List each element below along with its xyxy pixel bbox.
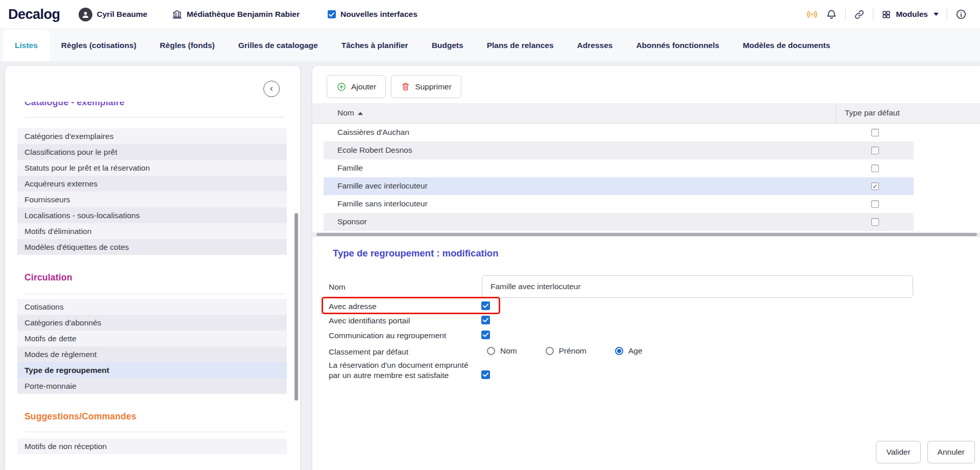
tab-regles-cotisations[interactable]: Règles (cotisations) bbox=[50, 29, 148, 61]
sidebar-list-suggestions: Motifs de non réception bbox=[17, 438, 287, 454]
notifications-bell-icon[interactable] bbox=[826, 9, 837, 20]
tab-modeles-de-documents[interactable]: Modèles de documents bbox=[731, 29, 842, 61]
tab-taches-a-planifier[interactable]: Tâches à planifier bbox=[330, 29, 420, 61]
sidebar-section-title-catalogue: Catalogue - exemplaire bbox=[24, 102, 280, 108]
radio-nom-label: Nom bbox=[500, 346, 517, 356]
row-name: Ecole Robert Desnos bbox=[337, 146, 412, 155]
chevron-down-icon bbox=[934, 13, 939, 16]
new-interfaces-checkbox[interactable] bbox=[328, 10, 336, 18]
column-divider bbox=[836, 103, 836, 123]
reservation-label: La réservation d'un document emprunté pa… bbox=[329, 360, 482, 380]
column-header-type-par-defaut: Type par défaut bbox=[845, 108, 900, 118]
type-defaut-checkbox[interactable] bbox=[871, 218, 879, 226]
list-item[interactable]: Motifs de dette bbox=[17, 331, 287, 346]
list-item[interactable]: Modèles d'étiquettes de cotes bbox=[17, 239, 287, 255]
table-horizontal-scrollbar[interactable] bbox=[316, 233, 977, 236]
list-item[interactable]: Fournisseurs bbox=[17, 192, 287, 207]
collapse-sidebar-button[interactable] bbox=[263, 81, 280, 97]
row-name: Caissières d'Auchan bbox=[337, 128, 409, 137]
communication-label: Communication au regroupement bbox=[329, 331, 446, 340]
modules-menu[interactable]: Modules bbox=[881, 10, 939, 19]
table-header: Nom Type par défaut bbox=[312, 103, 980, 124]
table-row[interactable]: Famille sans interlocuteur bbox=[324, 195, 914, 213]
list-item[interactable]: Statuts pour le prêt et la réservation bbox=[17, 160, 287, 176]
avec-adresse-checkbox[interactable] bbox=[481, 301, 490, 310]
link-icon[interactable] bbox=[854, 9, 865, 20]
type-defaut-checkbox[interactable] bbox=[871, 147, 879, 154]
row-name: Famille avec interlocuteur bbox=[337, 181, 428, 191]
divider bbox=[24, 294, 285, 294]
divider bbox=[873, 9, 873, 20]
add-button-label: Ajouter bbox=[351, 82, 376, 91]
list-item[interactable]: Motifs d'élimination bbox=[17, 223, 287, 239]
type-defaut-checkbox-checked[interactable]: ✓ bbox=[871, 182, 879, 190]
list-item[interactable]: Acquéreurs externes bbox=[17, 176, 287, 192]
modules-icon bbox=[881, 10, 891, 19]
tab-abonnes-fonctionnels[interactable]: Abonnés fonctionnels bbox=[624, 29, 731, 61]
radio-nom[interactable] bbox=[487, 347, 495, 355]
list-item[interactable]: Catégories d'abonnés bbox=[17, 315, 287, 331]
column-header-nom[interactable]: Nom bbox=[337, 108, 363, 118]
communication-checkbox[interactable] bbox=[481, 331, 490, 339]
cancel-button[interactable]: Annuler bbox=[927, 441, 975, 463]
tab-plans-de-relances[interactable]: Plans de relances bbox=[475, 29, 566, 61]
validate-button[interactable]: Valider bbox=[876, 441, 920, 463]
sidebar-section-title-suggestions: Suggestions/Commandes bbox=[24, 411, 136, 422]
user-avatar-icon bbox=[79, 8, 92, 21]
nom-field-label: Nom bbox=[329, 283, 346, 292]
lists-sidebar-panel: Catalogue - exemplaire Catégories d'exem… bbox=[5, 66, 300, 470]
main-tab-bar: Listes Règles (cotisations) Règles (fond… bbox=[0, 29, 980, 61]
identifiants-portail-checkbox[interactable] bbox=[481, 316, 490, 324]
type-defaut-checkbox[interactable] bbox=[871, 200, 879, 208]
type-defaut-checkbox[interactable] bbox=[871, 129, 879, 136]
classement-radio-group: Nom Prénom Age bbox=[487, 346, 643, 356]
row-name: Famille sans interlocuteur bbox=[337, 199, 428, 208]
main-panel: Ajouter Supprimer Nom Type par défaut bbox=[312, 66, 980, 470]
list-item-type-de-regroupement-selected[interactable]: Type de regroupement bbox=[17, 362, 287, 378]
user-name: Cyril Beaume bbox=[97, 10, 148, 19]
current-library[interactable]: Médiathèque Benjamin Rabier bbox=[172, 9, 300, 19]
tab-budgets[interactable]: Budgets bbox=[420, 29, 475, 61]
type-defaut-checkbox[interactable] bbox=[871, 165, 879, 172]
content-area: Catalogue - exemplaire Catégories d'exem… bbox=[0, 61, 980, 470]
list-item[interactable]: Localisations - sous-localisations bbox=[17, 207, 287, 223]
table-row-selected[interactable]: Famille avec interlocuteur ✓ bbox=[324, 177, 914, 195]
info-icon[interactable] bbox=[955, 9, 967, 20]
radio-age-selected[interactable] bbox=[615, 347, 623, 355]
list-item[interactable]: Catégories d'exemplaires bbox=[17, 128, 287, 144]
current-user[interactable]: Cyril Beaume bbox=[79, 8, 148, 21]
radio-age-label: Age bbox=[628, 346, 643, 356]
delete-button[interactable]: Supprimer bbox=[391, 75, 461, 98]
divider bbox=[24, 117, 285, 118]
row-name: Sponsor bbox=[337, 217, 367, 226]
table-row[interactable]: Sponsor bbox=[324, 213, 914, 231]
list-item[interactable]: Motifs de non réception bbox=[17, 438, 287, 454]
list-item[interactable]: Porte-monnaie bbox=[17, 378, 287, 394]
list-item[interactable]: Modes de règlement bbox=[17, 346, 287, 362]
table-row[interactable]: Ecole Robert Desnos bbox=[324, 142, 914, 159]
radio-prenom-label: Prénom bbox=[559, 346, 586, 356]
sidebar-section-title-circulation: Circulation bbox=[24, 272, 72, 283]
form-actions: Valider Annuler bbox=[876, 441, 975, 463]
tab-regles-fonds[interactable]: Règles (fonds) bbox=[148, 29, 227, 61]
divider bbox=[845, 9, 846, 20]
tab-listes[interactable]: Listes bbox=[3, 29, 50, 61]
app-window: Decalog Cyril Beaume Médiathèque Benjami… bbox=[0, 0, 980, 470]
new-interfaces-toggle[interactable]: Nouvelles interfaces bbox=[328, 10, 418, 19]
radio-prenom[interactable] bbox=[546, 347, 554, 355]
sort-asc-icon bbox=[358, 112, 363, 115]
add-circle-icon bbox=[336, 82, 347, 92]
live-assistance-icon[interactable] bbox=[806, 9, 818, 20]
table-row[interactable]: Caissières d'Auchan bbox=[324, 124, 914, 142]
decalog-logo: Decalog bbox=[8, 7, 60, 22]
list-item[interactable]: Classifications pour le prêt bbox=[17, 144, 287, 160]
sidebar-vertical-scrollbar[interactable] bbox=[295, 213, 298, 401]
add-button[interactable]: Ajouter bbox=[327, 75, 386, 98]
tab-adresses[interactable]: Adresses bbox=[566, 29, 625, 61]
list-item[interactable]: Cotisations bbox=[17, 299, 287, 315]
reservation-checkbox[interactable] bbox=[481, 370, 490, 379]
nom-input[interactable] bbox=[482, 275, 913, 298]
trash-icon bbox=[401, 82, 410, 91]
table-row[interactable]: Famille bbox=[324, 159, 914, 177]
tab-grilles-catalogage[interactable]: Grilles de catalogage bbox=[227, 29, 330, 61]
